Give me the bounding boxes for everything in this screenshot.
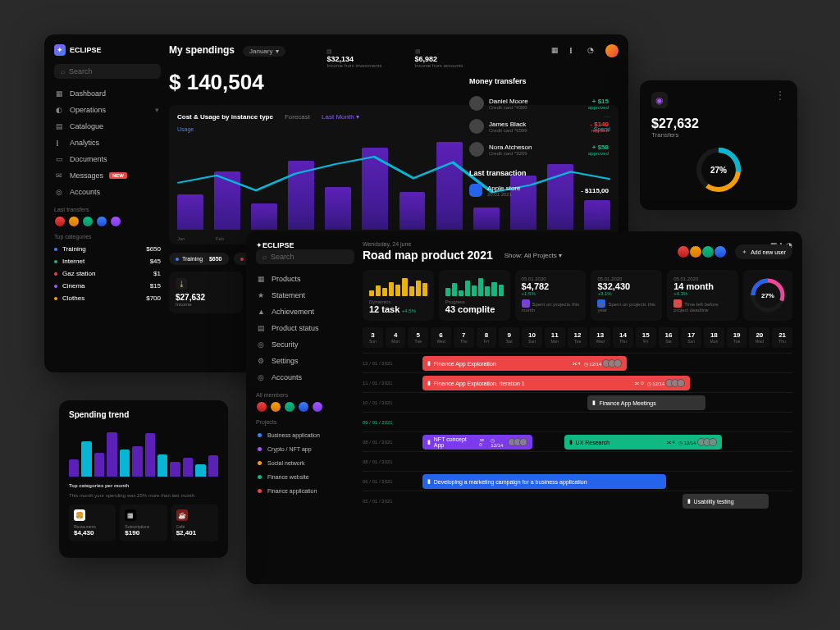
category-item[interactable]: Cinema$15 [54, 280, 161, 292]
filter-pill[interactable]: Training $650 [169, 253, 229, 265]
kpi-spent-year[interactable]: 05.01.2020 $32,430 +3.1% ▦Spent on proje… [591, 270, 662, 321]
gantt-row: 08 / 01 / 2021 [363, 451, 792, 471]
attachment-icon: ⫘ 0 [479, 437, 487, 447]
kpi-progress[interactable]: Progress 43 complite [439, 270, 510, 321]
sidebar-item-messages[interactable]: ✉MessagesNEW [54, 167, 161, 184]
flag-icon: ▮ [427, 439, 431, 445]
nav-icon: ▦ [56, 89, 64, 98]
flag-icon: ▮ [687, 498, 691, 504]
category-item[interactable]: Clothes$700 [54, 292, 161, 304]
top-categories-label: Top categories [54, 234, 161, 240]
month-picker[interactable]: January▾ [243, 46, 285, 57]
sidebar-item-catalogue[interactable]: ▤Catalogue [54, 118, 161, 135]
sidebar-item-analytics[interactable]: ⫿Analytics [54, 135, 161, 151]
trend-tile[interactable]: ▦Subscriptions$190 [120, 504, 167, 541]
gantt-bar[interactable]: ▮UX Research⫘ 4◷ 12/14 [564, 435, 722, 450]
trend-down-icon: ▤ [415, 48, 421, 54]
sidebar-item-label: Products [272, 275, 301, 283]
avatar-row[interactable] [54, 216, 161, 227]
day-cell[interactable]: 18Mon [704, 327, 724, 348]
clock-icon: ◷ 12/14 [678, 440, 696, 445]
search-input[interactable]: ⌕Search [54, 64, 161, 79]
search-input[interactable]: ⌕Search [256, 249, 354, 264]
gantt-row: 12 / 01 / 2021▮Finance App Exploration⫘ … [363, 353, 792, 372]
transfer-row[interactable]: James BlackCredit card *6599- $140reject… [469, 115, 609, 138]
category-icon: 🍔 [74, 509, 85, 521]
category-item[interactable]: Gaz station$1 [54, 267, 161, 280]
transfer-row[interactable]: Nora AtchesonCredit card *3209+ $58appro… [469, 138, 609, 161]
kpi-spent-month[interactable]: 05.01.2020 $4,782 +1.5% ◆Spent on projec… [515, 270, 587, 321]
project-item[interactable]: Crypto / NFT app [256, 442, 354, 456]
sidebar-item-settings[interactable]: ⚙Settings [256, 353, 354, 369]
day-cell[interactable]: 10Sun [522, 327, 542, 348]
day-cell[interactable]: 17Sun [681, 327, 701, 348]
day-cell[interactable]: 15Fri [636, 327, 656, 348]
sidebar-item-achievement[interactable]: ▲Achievement [256, 304, 354, 320]
project-item[interactable]: Business application [256, 428, 354, 442]
gantt-bar[interactable]: ▮Finance App Exploration⫘ 4◷ 12/14 [422, 356, 628, 371]
nav-icon: ◎ [56, 188, 64, 196]
day-cell[interactable]: 3Sun [363, 327, 383, 348]
gantt-bar[interactable]: ▮Finance App Meetings [587, 395, 705, 410]
trend-chart [69, 427, 218, 477]
project-item[interactable]: Finance website [256, 470, 354, 484]
camera-icon[interactable]: ◉ [651, 92, 668, 108]
gantt-bar[interactable]: ▮NFT concept App⫘ 0◷ 12/14 [422, 435, 532, 450]
sidebar-item-label: Catalogue [70, 122, 103, 130]
show-filter[interactable]: Show: All Projects ▾ [504, 252, 562, 259]
day-cell[interactable]: 16Sat [659, 327, 679, 348]
day-cell[interactable]: 7Thu [454, 327, 474, 348]
attachment-icon: ⫘ 4 [572, 361, 581, 366]
income-card[interactable]: ⭳ $27,632 Income [169, 272, 243, 313]
day-cell[interactable]: 12Tue [568, 327, 588, 348]
sidebar-item-label: Accounts [272, 373, 302, 381]
last-transaction[interactable]: Apple store 20.01.2021 - $115,00 [469, 184, 609, 197]
avatar [469, 142, 484, 157]
range-picker[interactable]: Last Month ▾ [322, 113, 359, 121]
clock-icon: ◷ 12/14 [584, 361, 602, 367]
sidebar-item-products[interactable]: ▦Products [256, 271, 354, 287]
calendar-icon: ▦ [597, 299, 605, 308]
more-icon[interactable]: ⋮ [774, 92, 786, 108]
sidebar-item-security[interactable]: ◎Security [256, 336, 354, 353]
nav-icon: ▭ [56, 155, 64, 163]
kpi-deadline[interactable]: 05.01.2020 14 month +4.3% ◷Time left bef… [667, 270, 738, 321]
gantt-bar[interactable]: ▮Developing a marketing campaign for a b… [422, 474, 667, 489]
kpi-dynamics[interactable]: Dynamics 12 task +4.5% [363, 270, 434, 321]
day-cell[interactable]: 6Wed [431, 327, 451, 348]
gantt-row: 05 / 01 / 2021▮Usability testing [363, 491, 792, 510]
day-cell[interactable]: 21Thu [772, 327, 792, 348]
sidebar-item-accounts[interactable]: ◎Accounts [54, 184, 161, 200]
day-cell[interactable]: 8Fri [477, 327, 497, 348]
add-user-button[interactable]: ＋Add new user [735, 244, 792, 259]
day-cell[interactable]: 9Sat [499, 327, 519, 348]
day-cell[interactable]: 19Tue [727, 327, 747, 348]
sidebar-item-product-status[interactable]: ▤Product status [256, 320, 354, 336]
sidebar-item-dashboard[interactable]: ▦Dashboard [54, 85, 161, 102]
avatar-row[interactable] [680, 245, 727, 258]
gantt-bar[interactable]: ▮Usability testing [682, 494, 769, 509]
trend-tile[interactable]: ☕Café$2,401 [171, 504, 218, 541]
day-cell[interactable]: 4Mon [386, 327, 406, 348]
sidebar-item-statement[interactable]: ★Statement [256, 287, 354, 304]
trend-tile[interactable]: 🍔Restaurants$4,430 [69, 504, 116, 541]
trend-sublabel: Top categories per month [69, 483, 218, 488]
day-cell[interactable]: 14Thu [613, 327, 633, 348]
donut-chart: 27% [694, 145, 743, 194]
project-item[interactable]: Social network [256, 456, 354, 470]
day-cell[interactable]: 13Wed [590, 327, 610, 348]
category-item[interactable]: Internet$45 [54, 255, 161, 267]
sidebar-item-accounts[interactable]: ◎Accounts [256, 369, 354, 386]
day-cell[interactable]: 5Tue [408, 327, 428, 348]
gantt-bar[interactable]: ▮Finance App Exploration. Iteration 1⫘ 0… [422, 376, 690, 390]
sidebar-item-operations[interactable]: ◐Operations▾ [54, 102, 161, 118]
transfer-row[interactable]: Daniel MooreCredit card *4300+ $15approv… [469, 92, 609, 115]
attachment-icon: ⫘ 4 [666, 440, 675, 445]
day-cell[interactable]: 11Mon [545, 327, 565, 348]
avatar-row[interactable] [256, 401, 354, 413]
sidebar-item-label: Settings [272, 357, 299, 365]
project-item[interactable]: Finance application [256, 484, 354, 498]
category-item[interactable]: Training$650 [54, 243, 161, 255]
sidebar-item-documents[interactable]: ▭Documents [54, 151, 161, 167]
day-cell[interactable]: 20Wed [749, 327, 769, 348]
